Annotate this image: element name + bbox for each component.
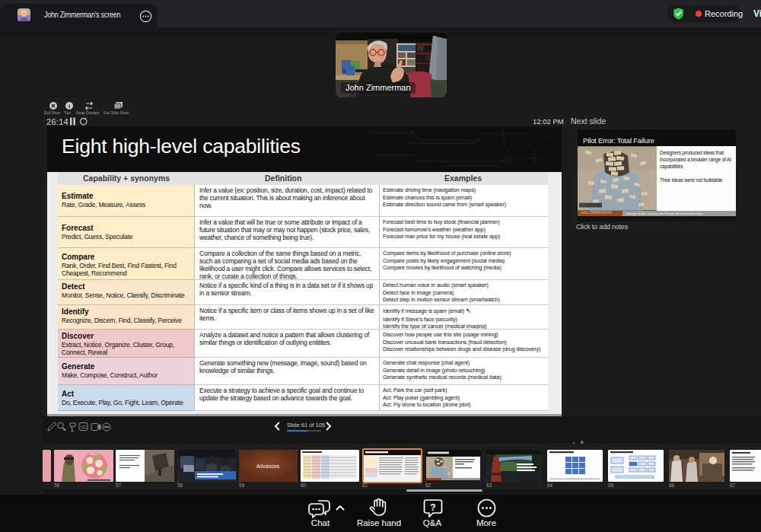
svg-text:Advances: Advances [256, 464, 280, 469]
svg-text:i: i [68, 103, 70, 110]
svg-text:Slices: Slices [91, 453, 98, 456]
svg-text:CC: CC [81, 425, 88, 429]
svg-text:?: ? [430, 502, 435, 513]
